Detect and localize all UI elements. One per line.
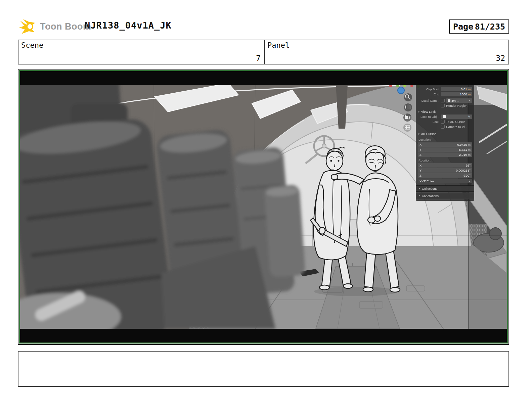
- camera-object-icon: [448, 99, 450, 102]
- render-region-label: Render Region: [446, 103, 468, 108]
- lock-label: Lock: [418, 120, 441, 124]
- chevron-down-icon: [418, 109, 420, 114]
- camera-view-icon[interactable]: [403, 113, 411, 122]
- location-y-field[interactable]: Y -5.721 m: [418, 147, 472, 152]
- clear-icon[interactable]: ×: [467, 98, 471, 103]
- local-camera-field[interactable]: 3/4 ... ×: [446, 98, 472, 103]
- eyedropper-icon[interactable]: [468, 115, 471, 119]
- clip-start-label: Clip Start: [418, 87, 441, 91]
- view-lock-header[interactable]: View Lock: [418, 109, 472, 114]
- clip-end-label: End: [418, 92, 441, 96]
- scene-number: 7: [256, 54, 261, 62]
- chevron-down-icon: [469, 179, 471, 183]
- cursor-3d-header[interactable]: 3D Cursor: [418, 131, 472, 136]
- panel-number: 32: [496, 54, 505, 62]
- page-indicator: Page 81/235: [449, 19, 509, 34]
- toonboom-burst-icon: [19, 18, 37, 35]
- project-title: NJR138_04v1A_JK: [85, 20, 172, 31]
- lock-to-object-field[interactable]: [441, 115, 472, 119]
- storyboard-page: { "header": { "logo_text": "Toon Boom", …: [0, 0, 532, 411]
- clip-start-field[interactable]: 0.01 m: [441, 87, 472, 91]
- chevron-right-icon: [418, 186, 420, 191]
- to-3d-cursor-checkbox[interactable]: [441, 120, 445, 124]
- clip-end-field[interactable]: 1000 m: [441, 92, 472, 96]
- toonboom-logo: Toon Boom: [19, 18, 91, 35]
- camera-to-view-label: Camera to Vi...: [446, 125, 467, 129]
- lock-to-object-label: Lock to Obj...: [418, 115, 441, 119]
- location-label: Location:: [418, 137, 472, 142]
- logo-wordmark: Toon Boom: [40, 21, 91, 32]
- rotation-x-field[interactable]: X 92°: [418, 163, 472, 168]
- viewport-image: Clip Start 0.01 m End 1000 m Local Cam..…: [20, 85, 507, 329]
- panel-label: Panel: [267, 41, 290, 49]
- letterbox-bottom: [20, 329, 507, 342]
- page-label: Page: [453, 22, 473, 32]
- rotation-z-field[interactable]: Z -390°: [418, 173, 472, 178]
- euler-mode-dropdown[interactable]: XYZ Euler: [418, 179, 472, 183]
- chevron-down-icon: [418, 131, 420, 136]
- camera-frame-border: Clip Start 0.01 m End 1000 m Local Cam..…: [19, 70, 508, 344]
- page-number: 81/235: [475, 22, 505, 32]
- local-camera-checkbox[interactable]: [441, 99, 445, 102]
- panel-cell: Panel 32: [265, 40, 508, 64]
- to-3d-cursor-label: To 3D Cursor: [446, 120, 465, 124]
- scene-label: Scene: [21, 41, 43, 49]
- scene-panel-row: Scene 7 Panel 32: [18, 40, 509, 64]
- location-x-field[interactable]: X -0.9425 m: [418, 142, 472, 147]
- caption-box: [18, 351, 509, 387]
- blender-view-panel: Clip Start 0.01 m End 1000 m Local Cam..…: [416, 85, 474, 201]
- pan-hand-icon[interactable]: [404, 103, 412, 111]
- local-camera-label: Local Cam...: [418, 98, 441, 103]
- letterbox-top: [20, 71, 507, 85]
- camera-to-view-checkbox[interactable]: [441, 125, 445, 129]
- location-z-field[interactable]: Z 2.019 m: [418, 152, 472, 157]
- rotation-y-field[interactable]: Y 0.000253°: [418, 168, 472, 173]
- render-region-checkbox[interactable]: [441, 104, 445, 107]
- scene-cell: Scene 7: [18, 40, 265, 64]
- zoom-icon[interactable]: [404, 93, 412, 101]
- annotations-panel-header[interactable]: Annotations: [416, 193, 474, 199]
- object-icon: [443, 115, 446, 118]
- camera-bound-shade: [469, 85, 507, 329]
- grid-ortho-icon[interactable]: [403, 124, 411, 132]
- navigation-gizmo-dot[interactable]: [398, 87, 404, 94]
- storyboard-panel-frame: Clip Start 0.01 m End 1000 m Local Cam..…: [18, 69, 509, 345]
- collections-panel-header[interactable]: Collections: [416, 185, 474, 192]
- rotation-label: Rotation:: [418, 158, 472, 163]
- chevron-right-icon: [418, 194, 420, 198]
